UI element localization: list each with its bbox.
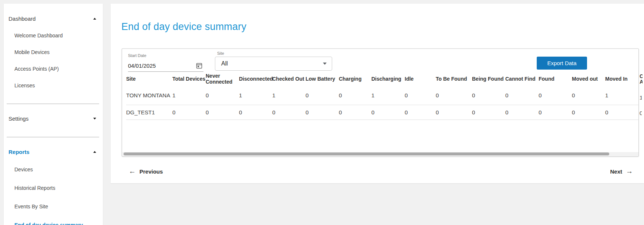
cell-site: DG_TEST1	[126, 105, 172, 120]
cell-value: 0	[405, 105, 436, 120]
column-header-checked-out: Checked Out	[272, 71, 306, 86]
start-date-field[interactable]: Start Date 04/01/2025	[128, 53, 203, 72]
column-header-never-connected: Never Connected	[206, 71, 239, 86]
column-header-cannot-find: Cannot Find	[505, 71, 539, 86]
cell-value: 0	[572, 105, 605, 120]
clipped-column-row2-value: 0	[640, 110, 642, 116]
table-row: TONY MONTANA10110010000001	[126, 86, 639, 105]
table-header-row: SiteTotal DevicesNever ConnectedDisconne…	[126, 71, 639, 86]
column-header-idle: Idle	[405, 71, 436, 86]
sidebar-item-historical-reports[interactable]: Historical Reports	[4, 179, 103, 197]
next-button-label: Next	[610, 168, 622, 175]
column-header-being-found: Being Found	[472, 71, 505, 86]
next-button[interactable]: Next →	[610, 166, 633, 177]
column-header-found: Found	[539, 71, 572, 86]
calendar-icon[interactable]	[196, 62, 203, 69]
arrow-left-icon: ←	[129, 167, 136, 175]
cell-value: 0	[472, 105, 505, 120]
cell-site: TONY MONTANA	[126, 86, 172, 105]
previous-button-label: Previous	[139, 168, 163, 175]
cell-value: 0	[605, 105, 639, 120]
summary-table-wrap: SiteTotal DevicesNever ConnectedDisconne…	[126, 71, 639, 120]
cell-value: 0	[306, 86, 339, 105]
site-field: Site All	[215, 51, 332, 71]
content-area: End of day device summary Start Date 04/…	[111, 4, 644, 183]
site-label: Site	[217, 51, 332, 56]
cell-value: 0	[172, 105, 206, 120]
column-header-disconnected: Disconnected	[239, 71, 272, 86]
sidebar-item-access-points-ap[interactable]: Access Points (AP)	[4, 60, 103, 77]
cell-value: 0	[339, 86, 371, 105]
sidebar-nav: DashboardWelcome DashboardMobile Devices…	[4, 10, 103, 225]
sidebar-item-mobile-devices[interactable]: Mobile Devices	[4, 44, 103, 60]
sidebar-group-label: Dashboard	[9, 16, 93, 22]
chevron-down-icon	[323, 63, 327, 65]
column-header-site: Site	[126, 71, 172, 86]
cell-value: 1	[272, 86, 306, 105]
sidebar: DashboardWelcome DashboardMobile Devices…	[4, 4, 103, 225]
sidebar-group-reports[interactable]: Reports	[4, 144, 103, 160]
cell-value: 0	[206, 105, 239, 120]
page-title: End of day device summary	[121, 21, 246, 33]
column-header-charging: Charging	[339, 71, 371, 86]
sidebar-item-welcome-dashboard[interactable]: Welcome Dashboard	[4, 27, 103, 44]
previous-button[interactable]: ← Previous	[129, 166, 163, 177]
start-date-label: Start Date	[128, 53, 203, 58]
sidebar-divider	[7, 137, 99, 137]
clipped-column-row1-value: 1	[640, 94, 642, 101]
column-header-discharging: Discharging	[371, 71, 405, 86]
sidebar-group-label: Reports	[9, 149, 93, 155]
sidebar-item-devices[interactable]: Devices	[4, 160, 103, 179]
cell-value: 0	[539, 105, 572, 120]
cell-value: 0	[206, 86, 239, 105]
column-header-moved-in: Moved In	[605, 71, 639, 86]
sidebar-item-licenses[interactable]: Licenses	[4, 77, 103, 94]
cell-value: 0	[472, 86, 505, 105]
cell-value: 0	[436, 86, 472, 105]
sidebar-group-dashboard[interactable]: Dashboard	[4, 10, 103, 27]
table-row: DG_TEST100000000000000	[126, 105, 639, 120]
export-data-button[interactable]: Export Data	[537, 57, 587, 70]
cell-value: 0	[339, 105, 371, 120]
cell-value: 0	[272, 105, 306, 120]
cell-value: 0	[306, 105, 339, 120]
sidebar-item-end-of-day-device-summary[interactable]: End of day device summary	[4, 216, 103, 225]
cell-value: 1	[371, 86, 405, 105]
cell-value: 0	[505, 105, 539, 120]
cell-value: 1	[172, 86, 206, 105]
clipped-column-header-line1: C	[640, 74, 643, 79]
cell-value: 0	[539, 86, 572, 105]
site-select[interactable]: All	[215, 57, 332, 71]
sidebar-item-events-by-site[interactable]: Events By Site	[4, 197, 103, 216]
horizontal-scrollbar[interactable]	[122, 152, 639, 156]
column-header-total-devices: Total Devices	[172, 71, 206, 86]
start-date-value[interactable]: 04/01/2025	[128, 63, 156, 69]
report-panel: Start Date 04/01/2025 Site All Export Da…	[122, 48, 639, 157]
sidebar-group-settings[interactable]: Settings	[4, 110, 103, 127]
cell-value: 1	[239, 86, 272, 105]
cell-value: 0	[505, 86, 539, 105]
cell-value: 0	[405, 86, 436, 105]
clipped-column-header-line2: A	[640, 79, 643, 85]
sidebar-group-label: Settings	[9, 115, 93, 122]
chevron-up-icon	[93, 18, 96, 20]
cell-value: 0	[371, 105, 405, 120]
cell-value: 0	[436, 105, 472, 120]
summary-table: SiteTotal DevicesNever ConnectedDisconne…	[126, 71, 639, 120]
chevron-up-icon	[93, 151, 96, 153]
arrow-right-icon: →	[626, 167, 633, 175]
horizontal-scrollbar-thumb[interactable]	[124, 152, 609, 155]
column-header-moved-out: Moved out	[572, 71, 605, 86]
column-header-to-be-found: To Be Found	[436, 71, 472, 86]
sidebar-divider	[7, 104, 99, 104]
cell-value: 0	[572, 86, 605, 105]
cell-value: 1	[605, 86, 639, 105]
column-header-low-battery: Low Battery	[306, 71, 339, 86]
cell-value: 0	[239, 105, 272, 120]
chevron-down-icon	[93, 118, 96, 120]
site-select-value: All	[221, 60, 323, 67]
